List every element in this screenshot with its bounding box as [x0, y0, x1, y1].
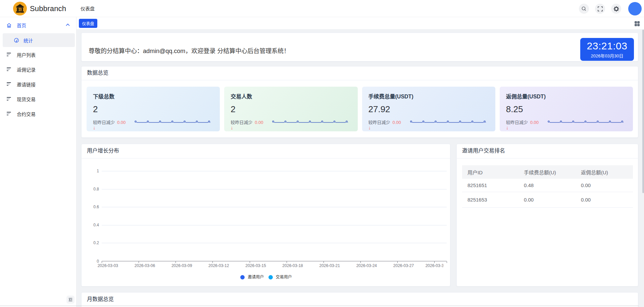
- svg-text:₿: ₿: [18, 7, 21, 11]
